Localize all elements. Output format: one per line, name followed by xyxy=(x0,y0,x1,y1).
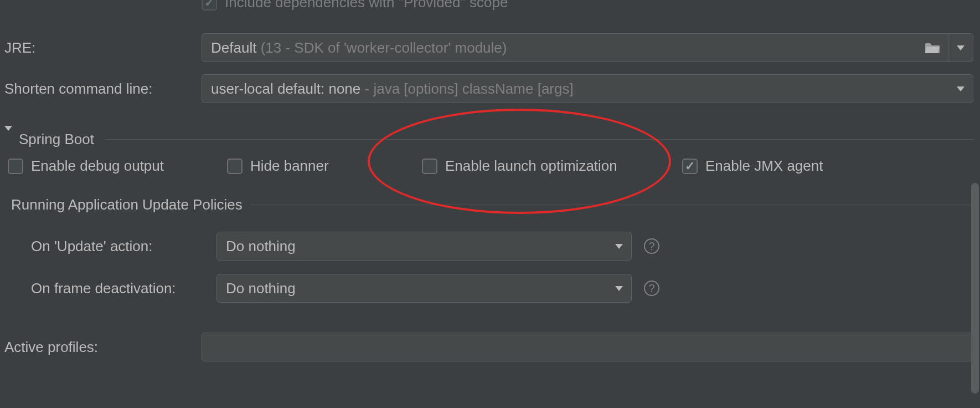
on-frame-label: On frame deactivation: xyxy=(31,280,216,297)
browse-button[interactable] xyxy=(917,34,948,62)
enable-launch-optimization-checkbox-item[interactable]: Enable launch optimization xyxy=(422,157,617,175)
folder-icon xyxy=(925,42,940,54)
subsection-divider xyxy=(250,205,973,205)
on-frame-dropdown-button[interactable] xyxy=(607,286,631,291)
on-update-dropdown-button[interactable] xyxy=(607,244,631,249)
jre-label: JRE: xyxy=(4,39,202,57)
checkbox[interactable] xyxy=(682,159,698,174)
checkbox-label: Enable debug output xyxy=(31,157,164,175)
checkbox[interactable] xyxy=(8,159,23,174)
checkbox[interactable] xyxy=(227,159,243,174)
on-update-label: On 'Update' action: xyxy=(31,238,216,255)
checkbox-label: Enable launch optimization xyxy=(445,157,617,175)
on-frame-row: On frame deactivation: Do nothing ? xyxy=(31,274,659,303)
help-icon[interactable]: ? xyxy=(644,280,659,296)
shorten-combo-text: user-local default: none - java [options… xyxy=(202,80,582,98)
active-profiles-row: Active profiles: xyxy=(4,333,973,361)
shorten-combo[interactable]: user-local default: none - java [options… xyxy=(202,74,973,103)
on-frame-combo[interactable]: Do nothing xyxy=(216,274,632,303)
shorten-label: Shorten command line: xyxy=(4,80,202,98)
on-update-value: Do nothing xyxy=(217,238,305,255)
chevron-down-icon xyxy=(957,86,964,91)
spring-boot-section: Spring Boot xyxy=(4,131,973,148)
on-update-row: On 'Update' action: Do nothing ? xyxy=(31,232,659,261)
on-update-combo[interactable]: Do nothing xyxy=(216,232,632,261)
active-profiles-input[interactable] xyxy=(202,333,973,361)
checkbox-label: Hide banner xyxy=(250,157,329,175)
include-provided-row: Include dependencies with "Provided" sco… xyxy=(202,0,508,11)
chevron-down-icon xyxy=(615,244,623,249)
jre-combo[interactable]: Default (13 - SDK of 'worker-collector' … xyxy=(202,33,973,62)
on-frame-value: Do nothing xyxy=(217,280,305,297)
update-policies-section: Running Application Update Policies xyxy=(11,196,973,213)
enable-debug-output-checkbox-item[interactable]: Enable debug output xyxy=(8,157,164,175)
jre-dropdown-button[interactable] xyxy=(948,34,973,62)
shorten-value: user-local default: none xyxy=(211,80,360,97)
section-divider xyxy=(104,139,973,140)
hide-banner-checkbox-item[interactable]: Hide banner xyxy=(227,157,329,175)
active-profiles-label: Active profiles: xyxy=(4,339,202,356)
checkbox[interactable] xyxy=(422,159,437,174)
jre-value: Default xyxy=(211,39,256,56)
checkbox-label: Enable JMX agent xyxy=(705,157,823,175)
chevron-down-icon xyxy=(615,286,623,291)
checkbox-row: Enable debug output Hide banner Enable l… xyxy=(8,157,973,177)
jre-row: JRE: Default (13 - SDK of 'worker-collec… xyxy=(4,33,973,62)
jre-right-controls xyxy=(917,34,973,62)
scrollbar-thumb[interactable] xyxy=(971,183,979,394)
shorten-row: Shorten command line: user-local default… xyxy=(4,74,973,103)
collapse-toggle[interactable] xyxy=(4,131,12,148)
chevron-down-icon xyxy=(4,126,12,147)
shorten-dropdown-button[interactable] xyxy=(948,86,973,91)
include-provided-checkbox[interactable] xyxy=(202,0,217,11)
section-title: Spring Boot xyxy=(19,131,94,148)
help-icon[interactable]: ? xyxy=(644,238,659,254)
shorten-suffix: - java [options] className [args] xyxy=(365,80,574,97)
enable-jmx-agent-checkbox-item[interactable]: Enable JMX agent xyxy=(682,157,823,175)
include-provided-label: Include dependencies with "Provided" sco… xyxy=(225,0,508,11)
subsection-title: Running Application Update Policies xyxy=(11,196,243,213)
chevron-down-icon xyxy=(957,45,964,50)
jre-suffix: (13 - SDK of 'worker-collector' module) xyxy=(261,39,507,56)
jre-combo-text: Default (13 - SDK of 'worker-collector' … xyxy=(202,39,515,57)
